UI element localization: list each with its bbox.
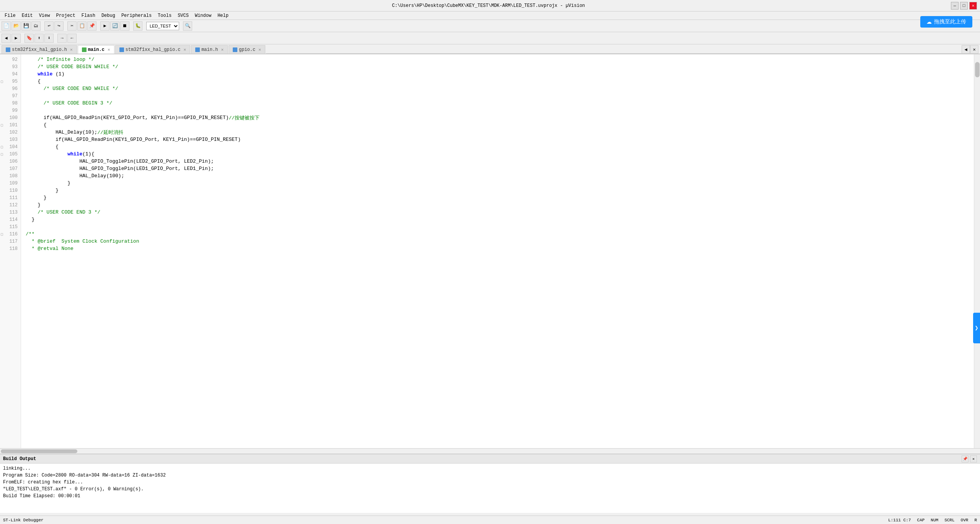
maximize-button[interactable]: □	[960, 2, 968, 10]
menu-project[interactable]: Project	[53, 12, 78, 19]
save-btn[interactable]: 💾	[21, 21, 31, 31]
build-line-5: Build Time Elapsed: 00:00:01	[3, 493, 977, 500]
paste-btn[interactable]: 📌	[87, 21, 96, 31]
menu-tools[interactable]: Tools	[155, 12, 175, 19]
back-btn[interactable]: ◀	[2, 34, 11, 43]
tab-main-c[interactable]: main.c ✕	[78, 45, 114, 54]
close-tab-icon3[interactable]: ✕	[184, 47, 186, 52]
close-all-tabs-btn[interactable]: ✕	[970, 45, 978, 54]
line-109: 109	[0, 180, 21, 187]
tab-stm32f1xx-hal-gpio-h[interactable]: stm32f1xx_hal_gpio.h ✕	[2, 45, 77, 54]
next-bookmark-btn[interactable]: ⬇	[44, 34, 54, 43]
build-line-1: linking...	[3, 465, 977, 472]
collapse-icon-95[interactable]: ▢	[1, 79, 3, 84]
toolbar-row2: ◀ ▶ 🔖 ⬆ ⬇ → ←	[0, 32, 980, 44]
line-93: 93	[0, 63, 21, 70]
collapse-icon-101[interactable]: ▢	[1, 123, 3, 127]
window-title: C:\Users\HP\Desktop\CubeMX\KEY_TEST\MDK-…	[26, 3, 951, 8]
build-line-3: FromELF: creating hex file...	[3, 479, 977, 486]
status-left: ST-Link Debugger	[3, 518, 44, 522]
line-92: 92	[0, 56, 21, 63]
unindent-btn[interactable]: ←	[67, 34, 77, 43]
scrollbar-thumb[interactable]	[975, 62, 980, 77]
collapse-icon-104[interactable]: ▢	[1, 145, 3, 149]
save-all-btn[interactable]: 🗂	[31, 21, 41, 31]
tab-bar: stm32f1xx_hal_gpio.h ✕ main.c ✕ stm32f1x…	[0, 44, 980, 54]
build-output-content: linking... Program Size: Code=2800 RO-da…	[0, 464, 980, 501]
tab-stm32f1xx-hal-gpio-c[interactable]: stm32f1xx_hal_gpio.c ✕	[115, 45, 191, 54]
collapse-icon-116[interactable]: ▢	[1, 232, 3, 237]
line-102: 102	[0, 129, 21, 136]
menu-view[interactable]: View	[36, 12, 53, 19]
menu-help[interactable]: Help	[214, 12, 232, 19]
indent-btn[interactable]: →	[57, 34, 67, 43]
line-118: 118	[0, 245, 21, 252]
chevron-right-icon: ❯	[975, 324, 978, 332]
close-tab-icon4[interactable]: ✕	[221, 47, 224, 52]
code-line-93: /* USER CODE BEGIN WHILE */	[26, 63, 974, 70]
bookmark-btn[interactable]: 🔖	[24, 34, 34, 43]
menu-debug[interactable]: Debug	[98, 12, 118, 19]
code-line-100: if(HAL_GPIO_ReadPin(KEY1_GPIO_Port, KEY1…	[26, 114, 974, 121]
sidebar-collapse-btn[interactable]: ❯	[973, 313, 980, 343]
code-line-118: * @retval None	[26, 245, 974, 252]
line-110: 110	[0, 187, 21, 194]
tab-main-h[interactable]: main.h ✕	[191, 45, 228, 54]
code-editor[interactable]: /* Infinite loop */ /* USER CODE BEGIN W…	[21, 54, 974, 448]
line-numbers: 92 93 94 ▢ 95 96 97 98 99 100 ▢ 101 102 …	[0, 54, 21, 448]
debug-btn[interactable]: 🐛	[133, 21, 142, 31]
title-bar: C:\Users\HP\Desktop\CubeMX\KEY_TEST\MDK-…	[0, 0, 980, 11]
build-output-pin-btn[interactable]: 📌	[962, 455, 969, 462]
horizontal-scrollbar[interactable]	[0, 448, 980, 454]
build-line-2: Program Size: Code=2800 RO-data=304 RW-d…	[3, 472, 977, 479]
prev-bookmark-btn[interactable]: ⬆	[34, 34, 44, 43]
line-101: ▢ 101	[0, 121, 21, 129]
close-tab-icon2[interactable]: ✕	[108, 47, 110, 52]
close-button[interactable]: ✕	[969, 2, 977, 10]
line-95: ▢ 95	[0, 78, 21, 85]
h-scrollbar-thumb[interactable]	[1, 449, 77, 453]
cloud-icon: ☁	[926, 19, 932, 25]
menu-bar: File Edit View Project Flash Debug Perip…	[0, 11, 980, 20]
project-select[interactable]: LED_TEST	[146, 22, 179, 30]
redo-btn[interactable]: ↪	[54, 21, 64, 31]
line-114: 114	[0, 216, 21, 223]
forward-btn[interactable]: ▶	[11, 34, 21, 43]
code-line-95: {	[26, 78, 974, 85]
close-tab-icon[interactable]: ✕	[70, 47, 73, 52]
build-output-close-btn[interactable]: ✕	[970, 455, 977, 462]
copy-btn[interactable]: 📋	[77, 21, 87, 31]
num-indicator: NUM	[931, 518, 938, 522]
menu-file[interactable]: File	[2, 12, 19, 19]
menu-peripherals[interactable]: Peripherals	[118, 12, 155, 19]
code-line-111: }	[26, 194, 974, 201]
vertical-scrollbar[interactable]	[974, 54, 980, 448]
menu-window[interactable]: Window	[192, 12, 214, 19]
code-line-106: HAL_GPIO_TogglePin(LED2_GPIO_Port, LED2_…	[26, 158, 974, 165]
menu-edit[interactable]: Edit	[19, 12, 36, 19]
undo-btn[interactable]: ↩	[44, 21, 54, 31]
line-106: 106	[0, 158, 21, 165]
scroll-tabs-btn[interactable]: ◀	[962, 45, 970, 54]
build-output-header: Build Output 📌 ✕	[0, 454, 980, 464]
menu-flash[interactable]: Flash	[78, 12, 98, 19]
find-btn[interactable]: 🔍	[183, 21, 192, 31]
cut-btn[interactable]: ✂	[67, 21, 77, 31]
stop-btn[interactable]: ⏹	[120, 21, 129, 31]
close-tab-icon5[interactable]: ✕	[258, 47, 261, 52]
line-117: 117	[0, 238, 21, 245]
tab-gpio-c[interactable]: gpio.c ✕	[229, 45, 265, 54]
collapse-icon-105[interactable]: ▢	[1, 152, 3, 157]
rebuild-btn[interactable]: 🔄	[110, 21, 119, 31]
menu-svcs[interactable]: SVCS	[175, 12, 192, 19]
upload-btn[interactable]: ☁ 拖拽至此上传	[920, 16, 972, 28]
build-btn[interactable]: ▶	[100, 21, 109, 31]
open-btn[interactable]: 📂	[11, 21, 21, 31]
line-98: 98	[0, 100, 21, 107]
new-file-btn[interactable]: 📄	[2, 21, 11, 31]
window-controls[interactable]: — □ ✕	[951, 2, 977, 10]
line-113: 113	[0, 209, 21, 216]
status-right: L:111 C:7 CAP NUM SCRL OVR R	[888, 518, 977, 522]
minimize-button[interactable]: —	[951, 2, 959, 10]
code-line-96: /* USER CODE END WHILE */	[26, 85, 974, 92]
